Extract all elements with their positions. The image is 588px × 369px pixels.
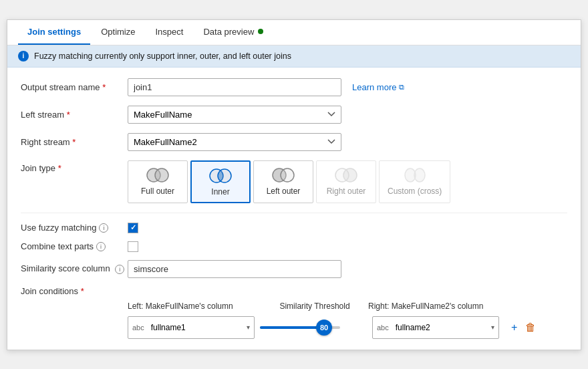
svg-point-9 — [343, 168, 357, 182]
add-condition-button[interactable]: + — [510, 320, 519, 335]
tab-join-settings[interactable]: Join settings — [18, 20, 90, 45]
combine-text-parts-row: Combine text parts i — [21, 241, 567, 252]
full-outer-label: Full outer — [141, 187, 174, 196]
output-stream-row: Output stream name * Learn more ⧉ — [21, 78, 567, 96]
slider-thumb[interactable]: 80 — [316, 320, 332, 336]
right-stream-label: Right stream * — [21, 137, 128, 147]
join-types-container: Full outer Inner — [128, 160, 450, 203]
learn-more-link[interactable]: Learn more ⧉ — [352, 82, 404, 92]
left-stream-label: Left stream * — [21, 110, 128, 120]
combine-text-parts-label: Combine text parts i — [21, 241, 128, 251]
similarity-score-control — [128, 260, 341, 278]
tab-inspect[interactable]: Inspect — [146, 20, 192, 45]
abc-badge-right: abc — [377, 324, 389, 332]
custom-cross-icon — [402, 166, 428, 184]
external-link-icon: ⧉ — [399, 83, 404, 92]
svg-point-7 — [281, 168, 294, 182]
data-preview-dot — [258, 29, 263, 34]
condition-action-buttons: + 🗑 — [510, 320, 537, 335]
left-col-header: Left: MakeFullName's column — [128, 301, 261, 311]
join-conditions-section: Join conditions * Left: MakeFullName's c… — [21, 286, 567, 339]
info-icon: i — [18, 51, 29, 62]
join-option-custom-cross: Custom (cross) — [379, 160, 450, 203]
tab-bar: Join settings Optimize Inspect Data prev… — [7, 20, 581, 45]
left-column-select[interactable]: fullname1 — [146, 320, 238, 336]
join-conditions-header: Join conditions * — [21, 286, 567, 296]
combine-text-checkbox[interactable] — [128, 241, 138, 252]
fuzzy-matching-info-icon[interactable]: i — [99, 223, 108, 233]
left-stream-row: Left stream * MakeFullName — [21, 106, 567, 124]
right-stream-row: Right stream * MakeFullName2 — [21, 133, 567, 151]
right-outer-label: Right outer — [327, 187, 366, 196]
join-type-label: Join type * — [21, 160, 128, 173]
similarity-score-info-icon[interactable]: i — [115, 265, 124, 274]
divider — [21, 213, 567, 213]
threshold-slider-container: 80 — [260, 326, 367, 329]
fuzzy-matching-row: Use fuzzy matching i ✓ — [21, 223, 567, 233]
left-column-select-wrapper[interactable]: abc fullname1 ▾ — [128, 316, 255, 339]
similarity-score-input[interactable] — [128, 260, 341, 278]
svg-point-1 — [155, 168, 168, 182]
full-outer-icon — [144, 166, 171, 184]
right-column-select-wrapper[interactable]: abc fullname2 ▾ — [372, 316, 499, 339]
join-type-row: Join type * Full outer — [21, 160, 567, 203]
conditions-row: abc fullname1 ▾ 80 — [128, 316, 567, 339]
svg-point-11 — [414, 168, 425, 182]
fuzzy-matching-label: Use fuzzy matching i — [21, 223, 128, 233]
slider-fill — [260, 326, 324, 329]
right-column-select[interactable]: fullname2 — [390, 320, 482, 336]
inner-icon — [207, 167, 234, 184]
left-outer-icon — [270, 166, 297, 184]
abc-badge-left: abc — [132, 324, 144, 332]
join-option-left-outer[interactable]: Left outer — [253, 160, 313, 203]
join-option-right-outer: Right outer — [316, 160, 376, 203]
similarity-score-label: Similarity score column i — [21, 263, 128, 274]
left-stream-select[interactable]: MakeFullName — [128, 106, 341, 124]
delete-condition-button[interactable]: 🗑 — [524, 320, 537, 335]
threshold-slider-track[interactable]: 80 — [260, 326, 340, 329]
join-conditions-main-label: Join conditions * — [21, 286, 128, 296]
banner-text: Fuzzy matching currently only support in… — [34, 51, 291, 61]
right-outer-icon — [333, 166, 359, 184]
similarity-score-row: Similarity score column i — [21, 260, 567, 278]
fuzzy-matching-checkbox[interactable]: ✓ — [128, 223, 138, 233]
form-content: Output stream name * Learn more ⧉ Left s… — [7, 68, 581, 350]
mid-col-header: Similarity Threshold — [261, 301, 368, 311]
output-stream-control — [128, 78, 341, 96]
custom-cross-label: Custom (cross) — [388, 187, 442, 196]
slider-value: 80 — [320, 324, 328, 332]
chevron-down-icon-left: ▾ — [247, 324, 250, 331]
join-settings-window: Join settings Optimize Inspect Data prev… — [7, 19, 581, 350]
output-stream-label: Output stream name * — [21, 82, 128, 92]
combine-text-info-icon[interactable]: i — [96, 242, 106, 251]
chevron-down-icon-right: ▾ — [491, 324, 494, 331]
output-stream-input[interactable] — [128, 78, 341, 96]
tab-optimize[interactable]: Optimize — [92, 20, 144, 45]
checkmark-icon: ✓ — [130, 223, 136, 232]
right-col-header: Right: MakeFullName2's column — [368, 301, 502, 311]
left-outer-label: Left outer — [267, 187, 301, 196]
conditions-column-headers: Left: MakeFullName's column Similarity T… — [21, 301, 567, 311]
left-stream-control: MakeFullName — [128, 106, 341, 124]
tab-data-preview[interactable]: Data preview — [194, 20, 273, 45]
inner-label: Inner — [211, 187, 229, 197]
fuzzy-matching-banner: i Fuzzy matching currently only support … — [7, 45, 581, 68]
right-stream-control: MakeFullName2 — [128, 133, 341, 151]
join-option-inner[interactable]: Inner — [190, 160, 251, 203]
join-option-full-outer[interactable]: Full outer — [128, 160, 188, 203]
right-stream-select[interactable]: MakeFullName2 — [128, 133, 341, 151]
